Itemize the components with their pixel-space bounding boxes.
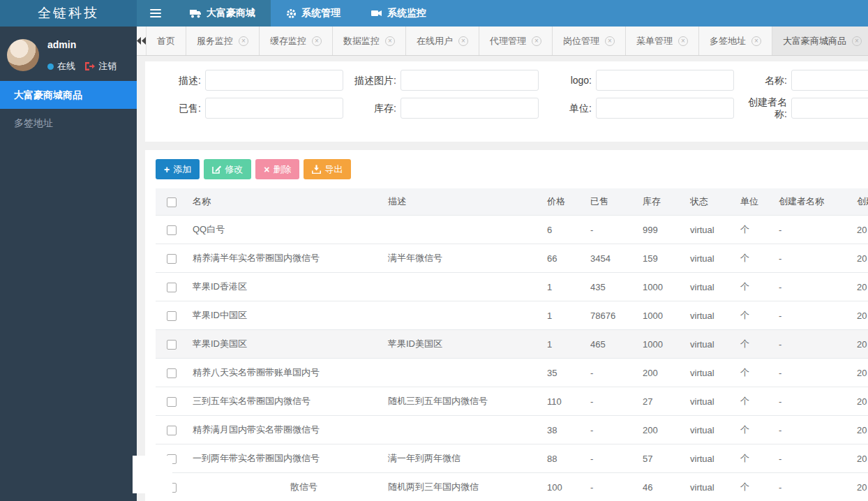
tab-label: 菜单管理 xyxy=(636,35,673,47)
logout-label[interactable]: 注销 xyxy=(98,60,117,73)
row-checkbox[interactable] xyxy=(167,340,177,350)
tab-item[interactable]: 多签地址 × xyxy=(699,27,772,55)
cell-sold: 78676 xyxy=(585,301,637,330)
cell-status: virtual xyxy=(684,387,735,416)
tab-item[interactable]: 代理管理 × xyxy=(479,27,553,55)
export-button[interactable]: 导出 xyxy=(304,159,351,179)
col-header-created: 创建时间 xyxy=(851,188,868,216)
cell-stock: 999 xyxy=(637,216,684,244)
topnav-item-system[interactable]: 系统管理 xyxy=(271,0,356,27)
cell-stock: 1000 xyxy=(637,301,684,330)
cell-creator: - xyxy=(773,216,851,244)
cell-status: virtual xyxy=(684,330,735,359)
sidebar-menu: 大富豪商城商品 多签地址 xyxy=(0,81,137,137)
row-checkbox[interactable] xyxy=(167,254,177,264)
tab-item[interactable]: 数据监控 × xyxy=(333,27,406,55)
table-row[interactable]: QQ白号 6 - 999 virtual 个 - 20 xyxy=(156,216,868,244)
tab-item[interactable]: 岗位管理 × xyxy=(553,27,626,55)
cell-desc xyxy=(382,301,541,330)
search-input[interactable] xyxy=(205,70,343,91)
search-input[interactable] xyxy=(596,98,734,119)
table-row[interactable]: 一到两年带实名带圈国内微信号 满一年到两年微信 88 - 57 virtual … xyxy=(156,444,868,473)
tab-close-icon[interactable]: × xyxy=(678,36,688,46)
sidebar-menu-item[interactable]: 多签地址 xyxy=(0,109,137,137)
cell-created: 20 xyxy=(851,416,868,444)
search-input[interactable] xyxy=(791,98,868,119)
edit-button[interactable]: 修改 xyxy=(204,159,251,179)
search-field: 已售: xyxy=(152,96,347,120)
table-row[interactable]: 苹果ID香港区 1 435 1000 virtual 个 - 20 xyxy=(156,273,868,301)
user-avatar[interactable] xyxy=(7,39,39,71)
table-row[interactable]: 精养八天实名带圈带账单国内号 35 - 200 virtual 个 - 20 xyxy=(156,359,868,387)
search-input[interactable] xyxy=(205,98,343,119)
tab-close-icon[interactable]: × xyxy=(852,36,862,46)
cell-sold: - xyxy=(585,444,637,473)
tab-close-icon[interactable]: × xyxy=(605,36,615,46)
tabs-scroll-left-button[interactable] xyxy=(137,27,147,55)
cell-desc: 苹果ID美国区 xyxy=(382,330,541,359)
table-row[interactable]: 精养满月国内带实名带圈微信号 38 - 200 virtual 个 - 20 xyxy=(156,416,868,444)
topnav-label: 系统监控 xyxy=(387,7,426,20)
search-input[interactable] xyxy=(401,98,539,119)
cell-sold: - xyxy=(585,473,637,501)
search-input[interactable] xyxy=(791,70,868,91)
sidebar-toggle-button[interactable] xyxy=(137,0,174,27)
logout-icon[interactable] xyxy=(84,62,95,70)
row-checkbox[interactable] xyxy=(167,397,177,407)
tab-item[interactable]: 首页 xyxy=(147,27,186,55)
double-chevron-left-icon xyxy=(137,37,146,45)
tab-close-icon[interactable]: × xyxy=(458,36,468,46)
topnav-item-monitor[interactable]: 系统监控 xyxy=(356,0,442,27)
search-field-label: 名称: xyxy=(738,75,787,87)
table-row[interactable]: 苹果ID美国区 苹果ID美国区 1 465 1000 virtual 个 - 2… xyxy=(156,330,868,359)
cell-stock: 57 xyxy=(637,444,684,473)
cell-name: 精养满半年实名带圈国内微信号 xyxy=(187,244,382,273)
tab-close-icon[interactable]: × xyxy=(239,36,248,46)
search-field: 名称: xyxy=(738,70,868,91)
cell-sold: 435 xyxy=(585,273,637,301)
row-checkbox[interactable] xyxy=(167,283,177,292)
table-row[interactable]: 精养满半年实名带圈国内微信号 满半年微信号 66 3454 159 virtua… xyxy=(156,244,868,273)
topnav-item-mall[interactable]: 大富豪商城 xyxy=(174,0,271,27)
search-field-label: 创建者名称: xyxy=(738,96,787,120)
cell-created: 20 xyxy=(851,473,868,501)
search-input[interactable] xyxy=(596,70,734,91)
search-field: 描述图片: xyxy=(347,70,543,91)
delete-button[interactable]: × 删除 xyxy=(255,159,299,179)
table-row[interactable]: 三到五年实名带圈国内微信号 随机三到五年国内微信号 110 - 27 virtu… xyxy=(156,387,868,416)
cell-price: 100 xyxy=(541,473,585,501)
plus-icon: + xyxy=(164,165,170,174)
search-input[interactable] xyxy=(401,70,539,91)
tab-item[interactable]: 大富豪商城商品 × xyxy=(772,27,868,55)
tab-close-icon[interactable]: × xyxy=(385,36,395,46)
cell-unit: 个 xyxy=(735,273,773,301)
cell-created: 20 xyxy=(851,387,868,416)
tab-item[interactable]: 服务监控 × xyxy=(186,27,260,55)
cell-desc: 满一年到两年微信 xyxy=(382,444,541,473)
cell-name: 精养满月国内带实名带圈微信号 xyxy=(187,416,382,444)
tab-close-icon[interactable]: × xyxy=(751,36,761,46)
table-body: QQ白号 6 - 999 virtual 个 - 20 精养满半年实名带圈国内微… xyxy=(156,216,868,501)
add-button[interactable]: + 添加 xyxy=(156,159,200,179)
cell-creator: - xyxy=(773,444,851,473)
row-checkbox[interactable] xyxy=(167,368,177,378)
row-checkbox[interactable] xyxy=(167,311,177,321)
select-all-checkbox[interactable] xyxy=(167,197,177,207)
table-row[interactable]: 苹果ID中国区 1 78676 1000 virtual 个 - 20 xyxy=(156,301,868,330)
cell-creator: - xyxy=(773,473,851,501)
toolbar: + 添加 修改 × 删除 导出 xyxy=(145,150,868,188)
row-checkbox[interactable] xyxy=(167,225,177,235)
row-checkbox[interactable] xyxy=(167,426,177,435)
tab-item[interactable]: 缓存监控 × xyxy=(260,27,333,55)
tab-item[interactable]: 在线用户 × xyxy=(406,27,479,55)
col-header-stock: 库存 xyxy=(637,188,684,216)
sidebar-menu-item[interactable]: 大富豪商城商品 xyxy=(0,81,137,109)
table-row[interactable]: 散信号 随机两到三年国内微信 100 - 46 virtual 个 - 20 xyxy=(156,473,868,501)
cell-price: 6 xyxy=(541,216,585,244)
tab-close-icon[interactable]: × xyxy=(532,36,541,46)
top-nav: 大富豪商城 系统管理 系统监控 xyxy=(174,0,442,27)
edit-pencil-icon xyxy=(212,165,221,174)
search-field-label: 描述图片: xyxy=(347,75,396,87)
tab-item[interactable]: 菜单管理 × xyxy=(626,27,699,55)
tab-close-icon[interactable]: × xyxy=(312,36,322,46)
